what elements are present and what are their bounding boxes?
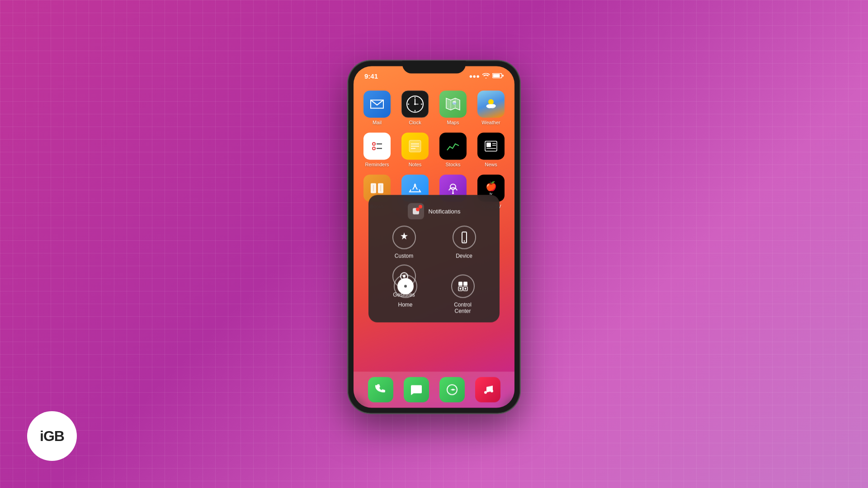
phone-frame: 9:41 ●●● <box>348 61 520 413</box>
maps-label: Maps <box>447 120 459 125</box>
svg-point-18 <box>373 147 375 150</box>
app-weather[interactable]: Weather <box>475 90 507 125</box>
app-notes[interactable]: Notes <box>399 132 431 167</box>
reminders-icon <box>363 132 391 160</box>
assistive-icon[interactable] <box>408 203 424 219</box>
control-center-label: ControlCenter <box>454 301 472 314</box>
svg-point-52 <box>484 391 487 394</box>
phone-notch <box>402 61 466 73</box>
svg-point-40 <box>416 207 420 211</box>
status-icons: ●●● <box>469 73 504 80</box>
clock-icon-bg <box>401 90 429 117</box>
svg-point-50 <box>464 288 466 290</box>
status-time: 9:41 <box>364 72 378 80</box>
wifi-icon <box>482 73 490 80</box>
menu-item-device[interactable]: Device <box>437 225 491 259</box>
news-icon <box>477 132 505 160</box>
svg-point-34 <box>450 184 456 189</box>
reminders-label: Reminders <box>365 162 389 167</box>
svg-text:🍎: 🍎 <box>486 181 497 192</box>
device-icon <box>453 225 476 249</box>
home-button-ring <box>394 274 417 298</box>
device-label: Device <box>456 253 472 259</box>
svg-point-14 <box>488 99 494 104</box>
menu-top: Notifications <box>377 203 491 219</box>
dock-safari[interactable] <box>439 377 465 402</box>
home-button-inner <box>397 278 414 294</box>
svg-rect-2 <box>502 75 504 76</box>
app-maps[interactable]: 250 Maps <box>437 90 469 125</box>
mail-label: Mail <box>373 120 382 125</box>
menu-item-control-center[interactable]: ControlCenter <box>451 274 475 314</box>
custom-label: Custom <box>395 253 413 259</box>
svg-text:250: 250 <box>453 102 457 105</box>
dock-messages[interactable] <box>404 377 429 402</box>
assistive-menu: Notifications Custom <box>368 195 500 322</box>
svg-rect-26 <box>486 142 491 147</box>
home-button-dot <box>404 285 407 287</box>
dock-phone[interactable] <box>368 377 393 402</box>
control-center-icon <box>451 274 475 298</box>
phone-wrapper: 9:41 ●●● <box>348 61 520 413</box>
maps-icon: 250 <box>439 90 467 117</box>
home-label: Home <box>398 301 412 308</box>
igb-logo: iGB <box>27 411 77 461</box>
dock-music[interactable] <box>475 377 500 402</box>
svg-rect-46 <box>463 282 467 286</box>
phone-screen: 9:41 ●●● <box>354 66 514 408</box>
igb-logo-text: iGB <box>40 428 64 445</box>
svg-rect-45 <box>458 282 462 286</box>
weather-icon <box>477 90 505 117</box>
svg-point-17 <box>373 142 375 145</box>
app-grid: Mail <box>354 86 514 209</box>
app-clock[interactable]: Clock <box>399 90 431 125</box>
mail-icon <box>363 90 391 117</box>
app-stocks[interactable]: Stocks <box>437 132 469 167</box>
news-label: News <box>485 162 497 167</box>
battery-icon <box>492 73 504 80</box>
weather-label: Weather <box>481 120 500 125</box>
signal-icon: ●●● <box>469 73 480 80</box>
app-reminders[interactable]: Reminders <box>361 132 393 167</box>
svg-rect-1 <box>493 74 500 77</box>
stocks-icon <box>439 132 467 160</box>
svg-point-42 <box>463 240 465 242</box>
notifications-label: Notifications <box>429 208 461 215</box>
notes-label: Notes <box>409 162 422 167</box>
app-mail[interactable]: Mail <box>361 90 393 125</box>
svg-point-49 <box>459 288 461 290</box>
custom-icon <box>392 225 416 249</box>
svg-point-35 <box>452 192 454 194</box>
menu-item-home[interactable]: Home <box>394 274 417 308</box>
clock-label: Clock <box>409 120 421 125</box>
stocks-label: Stocks <box>445 162 460 167</box>
app-news[interactable]: News <box>475 132 507 167</box>
svg-point-7 <box>414 103 416 105</box>
svg-point-16 <box>489 104 495 108</box>
menu-item-custom[interactable]: Custom <box>377 225 431 259</box>
notes-icon <box>401 132 429 160</box>
dock <box>354 371 514 408</box>
svg-point-53 <box>491 389 493 392</box>
